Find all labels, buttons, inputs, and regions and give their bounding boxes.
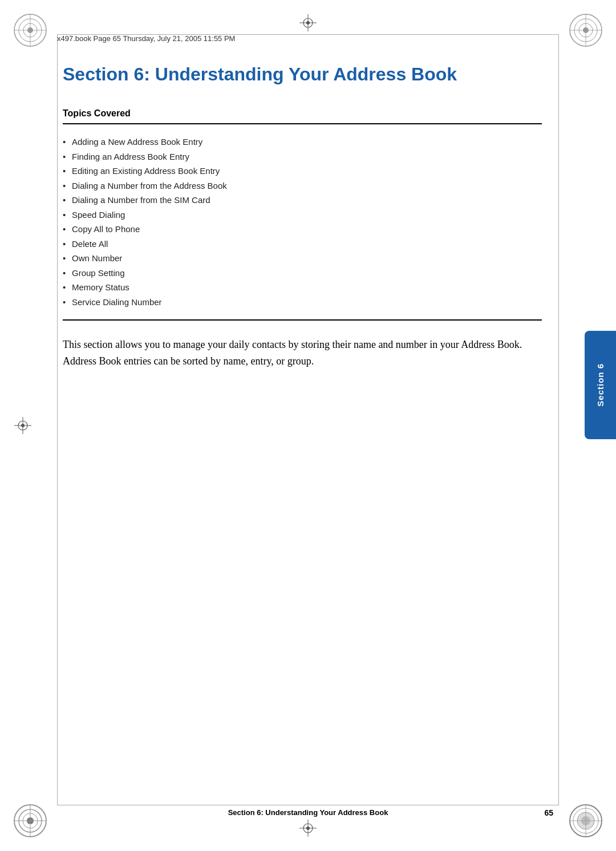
header-bar: x497.book Page 65 Thursday, July 21, 200… — [57, 34, 559, 43]
footer-label: Section 6: Understanding Your Address Bo… — [228, 808, 388, 817]
corner-decoration-tl — [10, 10, 50, 50]
main-content: Section 6: Understanding Your Address Bo… — [63, 63, 542, 783]
body-paragraph: This section allows you to manage your d… — [63, 337, 542, 370]
list-item: Finding an Address Book Entry — [63, 149, 542, 164]
list-item: Dialing a Number from the Address Book — [63, 179, 542, 193]
section-title: Section 6: Understanding Your Address Bo… — [63, 63, 542, 86]
list-item: Memory Status — [63, 280, 542, 295]
border-line-right — [558, 34, 559, 805]
corner-decoration-tr — [566, 10, 606, 50]
topics-heading: Topics Covered — [63, 108, 542, 119]
topics-block: Topics Covered Adding a New Address Book… — [63, 108, 542, 321]
footer-page-number: 65 — [544, 808, 553, 817]
list-item: Group Setting — [63, 266, 542, 281]
divider-bottom — [63, 319, 542, 321]
page: x497.book Page 65 Thursday, July 21, 200… — [0, 0, 616, 851]
corner-decoration-br — [566, 801, 606, 841]
list-item: Own Number — [63, 251, 542, 266]
border-line-left — [57, 34, 58, 805]
topics-list: Adding a New Address Book Entry Finding … — [63, 135, 542, 309]
section-tab-label: Section 6 — [595, 363, 605, 407]
list-item: Delete All — [63, 237, 542, 252]
list-item: Copy All to Phone — [63, 222, 542, 237]
crosshair-top — [299, 14, 317, 31]
corner-decoration-bl — [10, 801, 50, 841]
crosshair-bottom — [299, 820, 317, 837]
border-line-bottom — [57, 805, 559, 805]
footer: Section 6: Understanding Your Address Bo… — [63, 808, 553, 817]
crosshair-left — [14, 417, 31, 434]
list-item: Dialing a Number from the SIM Card — [63, 193, 542, 208]
list-item: Editing an Existing Address Book Entry — [63, 164, 542, 179]
list-item: Speed Dialing — [63, 208, 542, 222]
footer-title: Section 6: Understanding Your Address Bo… — [228, 808, 388, 817]
section-tab: Section 6 — [585, 331, 616, 439]
divider-top — [63, 123, 542, 124]
list-item: Service Dialing Number — [63, 295, 542, 310]
header-text: x497.book Page 65 Thursday, July 21, 200… — [57, 34, 235, 43]
list-item: Adding a New Address Book Entry — [63, 135, 542, 149]
section-title-text: Section 6: Understanding Your Address Bo… — [63, 64, 457, 84]
